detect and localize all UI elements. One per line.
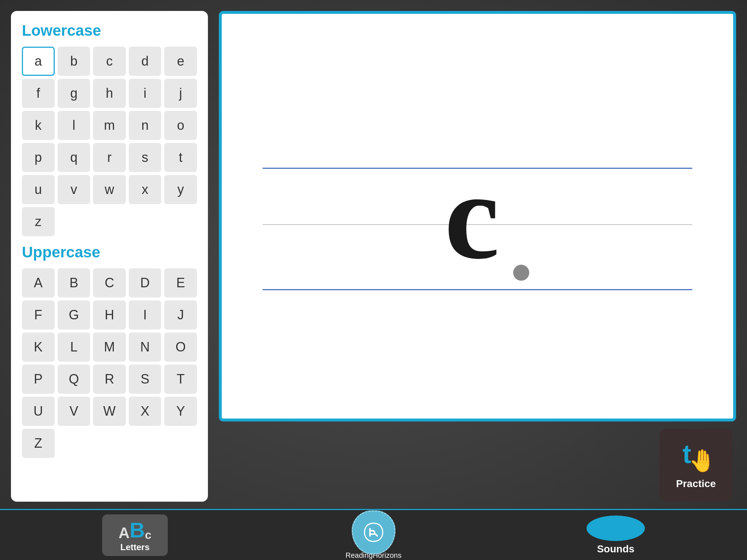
lowercase-cell-p[interactable]: p <box>22 143 55 172</box>
uppercase-cell-S[interactable]: S <box>129 365 162 394</box>
uppercase-cell-R[interactable]: R <box>93 365 126 394</box>
rh-icon <box>361 520 386 545</box>
nav-B-letter: B <box>129 520 145 541</box>
lowercase-cell-d[interactable]: d <box>129 47 162 76</box>
lowercase-cell-n[interactable]: n <box>129 111 162 140</box>
uppercase-cell-Q[interactable]: Q <box>58 365 90 394</box>
lowercase-cell-j[interactable]: j <box>164 79 197 108</box>
lowercase-cell-c[interactable]: c <box>93 47 126 76</box>
lowercase-cell-s[interactable]: s <box>129 143 162 172</box>
lowercase-cell-r[interactable]: r <box>93 143 126 172</box>
practice-hand-icon: 🤚 <box>689 448 716 474</box>
dot-indicator <box>513 265 529 281</box>
lowercase-grid: abcdefghijklmnopqrstuvwxyz <box>22 47 197 236</box>
main-area: Lowercase abcdefghijklmnopqrstuvwxyz Upp… <box>0 0 747 509</box>
uppercase-cell-J[interactable]: J <box>164 300 197 330</box>
letter-display-frame: c <box>219 11 736 421</box>
uppercase-cell-V[interactable]: V <box>58 397 90 426</box>
uppercase-cell-L[interactable]: L <box>58 332 90 362</box>
lowercase-cell-x[interactable]: x <box>129 175 162 204</box>
letters-nav-button[interactable]: A B c Letters <box>102 514 168 556</box>
lowercase-cell-h[interactable]: h <box>93 79 126 108</box>
guideline-bottom <box>263 289 692 290</box>
uppercase-cell-Z[interactable]: Z <box>22 429 55 458</box>
practice-label: Practice <box>676 478 716 490</box>
uppercase-cell-A[interactable]: A <box>22 268 55 298</box>
lowercase-cell-a[interactable]: a <box>22 47 55 76</box>
lowercase-cell-u[interactable]: u <box>22 175 55 204</box>
lowercase-cell-v[interactable]: v <box>58 175 90 204</box>
display-letter: c <box>444 154 499 278</box>
nav-center-logo: ReadingHorizons <box>294 510 452 560</box>
bottom-nav: A B c Letters ReadingHorizons <box>0 509 747 560</box>
nav-c-letter: c <box>145 529 151 541</box>
uppercase-cell-D[interactable]: D <box>129 268 162 298</box>
lowercase-cell-m[interactable]: m <box>93 111 126 140</box>
lowercase-cell-w[interactable]: w <box>93 175 126 204</box>
lowercase-cell-b[interactable]: b <box>58 47 90 76</box>
nav-right: Sounds <box>587 516 645 555</box>
lowercase-title: Lowercase <box>22 22 197 39</box>
lowercase-cell-t[interactable]: t <box>164 143 197 172</box>
practice-button[interactable]: t 🤚 Practice <box>659 429 732 502</box>
uppercase-cell-U[interactable]: U <box>22 397 55 426</box>
sounds-nav-label: Sounds <box>597 543 635 555</box>
lowercase-cell-l[interactable]: l <box>58 111 90 140</box>
lowercase-cell-q[interactable]: q <box>58 143 90 172</box>
uppercase-cell-M[interactable]: M <box>93 332 126 362</box>
lowercase-cell-i[interactable]: i <box>129 79 162 108</box>
uppercase-cell-K[interactable]: K <box>22 332 55 362</box>
uppercase-cell-H[interactable]: H <box>93 300 126 330</box>
reading-horizons-logo[interactable]: ReadingHorizons <box>345 510 401 560</box>
lowercase-cell-o[interactable]: o <box>164 111 197 140</box>
uppercase-cell-B[interactable]: B <box>58 268 90 298</box>
nav-A-letter: A <box>119 525 129 541</box>
uppercase-cell-E[interactable]: E <box>164 268 197 298</box>
uppercase-cell-C[interactable]: C <box>93 268 126 298</box>
abc-display: A B c <box>119 520 151 541</box>
uppercase-grid: ABCDEFGHIJKLMNOPQRSTUVWXYZ <box>22 268 197 458</box>
nav-bottom-area: A B c Letters ReadingHorizons <box>0 510 747 560</box>
nav-left: A B c Letters <box>102 514 168 556</box>
display-inner: c <box>222 14 733 419</box>
lowercase-cell-y[interactable]: y <box>164 175 197 204</box>
lowercase-cell-g[interactable]: g <box>58 79 90 108</box>
uppercase-cell-W[interactable]: W <box>93 397 126 426</box>
uppercase-cell-N[interactable]: N <box>129 332 162 362</box>
lowercase-cell-k[interactable]: k <box>22 111 55 140</box>
right-panel: c t 🤚 Practice <box>219 11 736 502</box>
practice-button-container: t 🤚 Practice <box>219 429 736 502</box>
uppercase-cell-G[interactable]: G <box>58 300 90 330</box>
uppercase-cell-O[interactable]: O <box>164 332 197 362</box>
uppercase-cell-I[interactable]: I <box>129 300 162 330</box>
sounds-nav-button[interactable]: Sounds <box>587 516 645 555</box>
letter-panel: Lowercase abcdefghijklmnopqrstuvwxyz Upp… <box>11 11 208 502</box>
lowercase-cell-z[interactable]: z <box>22 207 55 236</box>
practice-icon: t 🤚 <box>676 441 716 474</box>
uppercase-cell-F[interactable]: F <box>22 300 55 330</box>
logo-circle <box>352 510 395 554</box>
uppercase-cell-T[interactable]: T <box>164 365 197 394</box>
uppercase-cell-P[interactable]: P <box>22 365 55 394</box>
lowercase-cell-e[interactable]: e <box>164 47 197 76</box>
letters-nav-label: Letters <box>120 542 150 552</box>
uppercase-cell-Y[interactable]: Y <box>164 397 197 426</box>
lowercase-cell-f[interactable]: f <box>22 79 55 108</box>
uppercase-cell-X[interactable]: X <box>129 397 162 426</box>
sounds-oval <box>587 516 645 541</box>
uppercase-title: Uppercase <box>22 244 197 261</box>
